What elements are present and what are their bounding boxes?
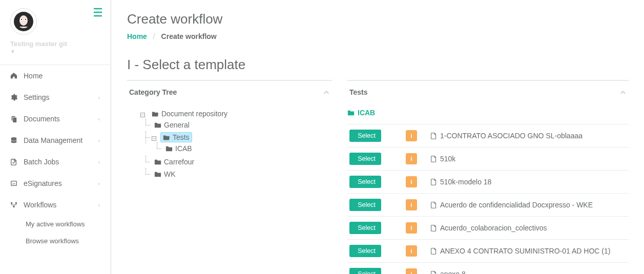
database-icon — [10, 137, 17, 144]
select-button[interactable]: Select — [349, 130, 381, 142]
chevron-left-icon: ‹ — [98, 181, 100, 186]
tasks-icon — [10, 158, 17, 165]
file-row: Selecti1-CONTRATO ASOCIADO GNO SL-oblaaa… — [347, 124, 629, 147]
file-link[interactable]: Acuerdo_colaboracion_colectivos — [430, 224, 547, 232]
info-icon: i — [410, 225, 412, 231]
sidebar: Testing master git ▼ Home Settings ‹ Doc… — [0, 0, 111, 274]
file-link[interactable]: 510k — [430, 155, 455, 163]
folder-open-icon — [152, 110, 159, 117]
nav-batch-jobs-label: Batch Jobs — [24, 158, 59, 166]
info-button[interactable]: i — [406, 222, 417, 234]
info-button[interactable]: i — [406, 153, 417, 164]
file-link[interactable]: Acuerdo de confidencialidad Docxpresso -… — [430, 201, 593, 209]
file-name-label: 1-CONTRATO ASOCIADO GNO SL-oblaaaa — [440, 132, 583, 140]
select-button[interactable]: Select — [349, 199, 381, 211]
file-name-label: 510k — [440, 155, 455, 163]
copy-icon — [10, 115, 17, 122]
nav-sub-browse-workflows[interactable]: Browse workflows — [0, 233, 110, 249]
section-title: I - Select a template — [127, 57, 629, 73]
select-button[interactable]: Select — [349, 153, 381, 165]
select-button[interactable]: Select — [349, 176, 381, 188]
nav-workflows-label: Workflows — [24, 201, 56, 209]
info-button[interactable]: i — [406, 130, 417, 141]
tree-node-carrefour[interactable]: Carrefour — [152, 157, 197, 167]
category-tree-panel: Category Tree − Document repository — [127, 80, 332, 274]
file-row: Selecti510k-modelo 18 — [347, 170, 629, 193]
tree-toggle[interactable]: − — [140, 113, 145, 117]
nav-documents[interactable]: Documents ‹ — [0, 108, 110, 130]
info-button[interactable]: i — [406, 199, 417, 210]
chevron-left-icon: ‹ — [98, 202, 100, 208]
info-button[interactable]: i — [406, 245, 417, 257]
file-icon — [430, 202, 437, 208]
tree-toggle[interactable]: − — [152, 136, 156, 141]
nav-home[interactable]: Home — [0, 65, 110, 87]
file-row: SelectiAcuerdo_colaboracion_colectivos — [347, 216, 629, 239]
tree-node-label: Tests — [173, 133, 190, 141]
file-link[interactable]: 510k-modelo 18 — [430, 178, 491, 186]
tree-node-icab[interactable]: ICAB — [163, 143, 195, 154]
nav-settings[interactable]: Settings ‹ — [0, 87, 110, 108]
file-icon — [430, 179, 437, 185]
nav-data-management[interactable]: Data Management ‹ — [0, 130, 110, 151]
info-icon: i — [410, 133, 412, 139]
nav-sub-my-active-workflows[interactable]: My active workflows — [0, 216, 110, 233]
sitemap-icon — [10, 201, 17, 208]
breadcrumb: Home / Create workflow — [127, 32, 629, 40]
subfolder-link[interactable]: ICAB — [347, 103, 629, 124]
subfolder-label: ICAB — [358, 109, 375, 117]
chevron-left-icon: ‹ — [98, 95, 100, 100]
tree-node-label: ICAB — [175, 144, 192, 153]
category-tree: − Document repository General — [127, 103, 332, 185]
file-row: Selectianexo 8 — [347, 262, 629, 274]
file-name-label: ANEXO 4 CONTRATO SUMINISTRO-01 AD HOC (1… — [440, 247, 610, 255]
info-button[interactable]: i — [406, 176, 417, 187]
user-menu-toggle[interactable]: Testing master git — [10, 40, 100, 48]
tree-node-root[interactable]: Document repository — [149, 109, 230, 119]
info-icon: i — [410, 156, 412, 162]
select-button-label: Select — [358, 247, 376, 255]
tree-node-general[interactable]: General — [152, 120, 192, 130]
file-link[interactable]: ANEXO 4 CONTRATO SUMINISTRO-01 AD HOC (1… — [430, 247, 610, 255]
file-icon — [430, 156, 437, 162]
info-icon: i — [410, 179, 412, 185]
tree-node-label: Carrefour — [164, 158, 194, 166]
nav-esignatures[interactable]: eSignatures ‹ — [0, 173, 110, 194]
select-button[interactable]: Select — [349, 268, 381, 274]
svg-point-10 — [25, 19, 26, 20]
file-link[interactable]: 1-CONTRATO ASOCIADO GNO SL-oblaaaa — [430, 132, 583, 140]
nav-batch-jobs[interactable]: Batch Jobs ‹ — [0, 151, 110, 173]
select-button[interactable]: Select — [349, 222, 381, 234]
folder-icon — [165, 145, 173, 152]
nav-esignatures-label: eSignatures — [24, 179, 62, 187]
select-button-label: Select — [358, 224, 376, 231]
file-icon — [430, 248, 437, 255]
tree-node-label: General — [164, 121, 190, 129]
file-name-label: anexo 8 — [440, 270, 466, 274]
info-icon: i — [410, 202, 412, 208]
select-button[interactable]: Select — [349, 245, 381, 257]
chevron-up-icon — [619, 89, 627, 96]
select-button-label: Select — [358, 201, 376, 208]
chevron-left-icon: ‹ — [98, 138, 100, 143]
main-content: Create workflow Home / Create workflow I… — [111, 0, 644, 274]
select-button-label: Select — [358, 132, 376, 139]
file-row: SelectiANEXO 4 CONTRATO SUMINISTRO-01 AD… — [347, 239, 629, 262]
info-button[interactable]: i — [406, 268, 417, 274]
svg-point-6 — [19, 15, 28, 26]
breadcrumb-home-link[interactable]: Home — [127, 32, 147, 40]
file-link[interactable]: anexo 8 — [430, 270, 466, 274]
tree-node-wk[interactable]: WK — [152, 169, 178, 179]
panel-collapse-button[interactable] — [619, 88, 627, 96]
file-row: Selecti510k — [347, 147, 629, 170]
nav-workflows[interactable]: Workflows ‹ — [0, 194, 110, 216]
nav-home-label: Home — [24, 72, 43, 80]
chevron-left-icon: ‹ — [98, 116, 100, 122]
panel-collapse-button[interactable] — [323, 88, 330, 96]
category-tree-title: Category Tree — [129, 88, 177, 96]
chevron-up-icon — [323, 89, 330, 96]
nav-documents-label: Documents — [24, 115, 60, 123]
tree-node-tests[interactable]: Tests — [160, 132, 192, 142]
avatar[interactable] — [10, 8, 37, 35]
menu-toggle-button[interactable] — [93, 7, 103, 17]
